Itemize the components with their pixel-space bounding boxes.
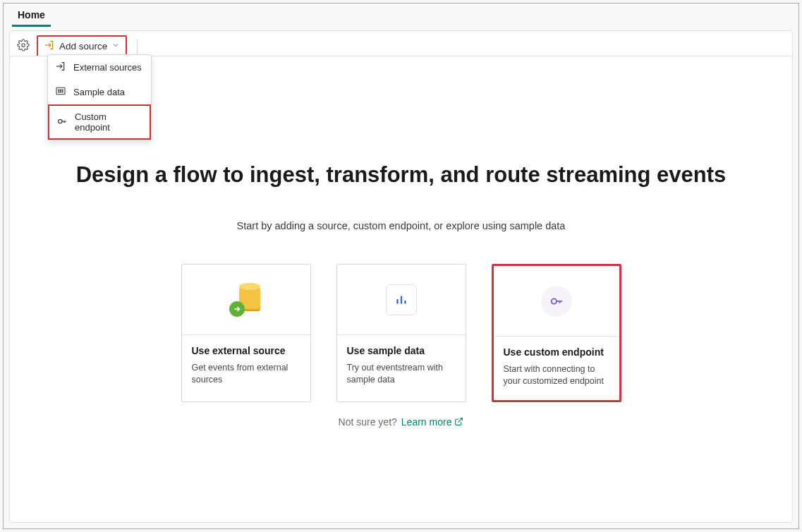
svg-rect-1 [56,87,65,94]
dropdown-item-external-sources[interactable]: External sources [48,55,151,80]
card-title: Use sample data [347,345,456,356]
learn-more-link[interactable]: Learn more [401,416,464,428]
key-endpoint-icon [541,286,572,317]
tab-home[interactable]: Home [12,4,51,27]
not-sure-text: Not sure yet? [339,416,397,428]
svg-point-4 [62,90,63,90]
svg-point-12 [551,298,556,303]
svg-point-8 [59,119,62,123]
card-icon-area [337,265,466,335]
add-source-icon [44,40,55,53]
card-title: Use custom endpoint [504,346,609,358]
dropdown-item-label: Sample data [73,87,125,97]
dropdown-item-label: Custom endpoint [75,111,142,133]
learn-more-label: Learn more [401,416,452,428]
card-icon-area [494,266,619,337]
add-source-dropdown: External sources Sample data Custom endp… [47,54,152,140]
card-custom-endpoint[interactable]: Use custom endpoint Start with connectin… [492,264,621,402]
database-arrow-icon [231,284,262,315]
page-heading: Design a flow to ingest, transform, and … [76,162,727,188]
card-title: Use external source [192,345,300,356]
arrow-in-icon [55,61,66,74]
chevron-down-icon [111,41,120,52]
learn-more-row: Not sure yet? Learn more [339,416,464,428]
cards-row: Use external source Get events from exte… [181,264,621,402]
tab-bar: Home [4,4,798,28]
svg-point-0 [22,43,25,47]
dropdown-item-custom-endpoint[interactable]: Custom endpoint [48,104,151,140]
svg-point-6 [60,92,61,92]
card-description: Get events from external sources [192,362,300,386]
card-description: Start with connecting to your customized… [504,363,609,387]
dropdown-item-sample-data[interactable]: Sample data [48,80,151,104]
dropdown-item-label: External sources [73,62,142,73]
card-description: Try out eventstream with sample data [347,362,456,386]
svg-line-13 [458,418,463,423]
gear-icon[interactable] [17,39,30,54]
external-link-icon [454,417,463,426]
toolbar-divider [137,39,138,54]
svg-point-5 [59,92,59,92]
card-external-source[interactable]: Use external source Get events from exte… [181,264,311,402]
svg-point-7 [62,92,63,92]
data-grid-icon [55,85,66,99]
page-subheading: Start by adding a source, custom endpoin… [237,220,566,231]
key-endpoint-icon [56,116,68,129]
svg-point-2 [59,90,59,90]
bar-chart-icon [386,284,417,315]
card-sample-data[interactable]: Use sample data Try out eventstream with… [336,264,466,402]
svg-point-3 [60,90,61,90]
card-icon-area [182,265,310,335]
add-source-label: Add source [59,41,107,52]
